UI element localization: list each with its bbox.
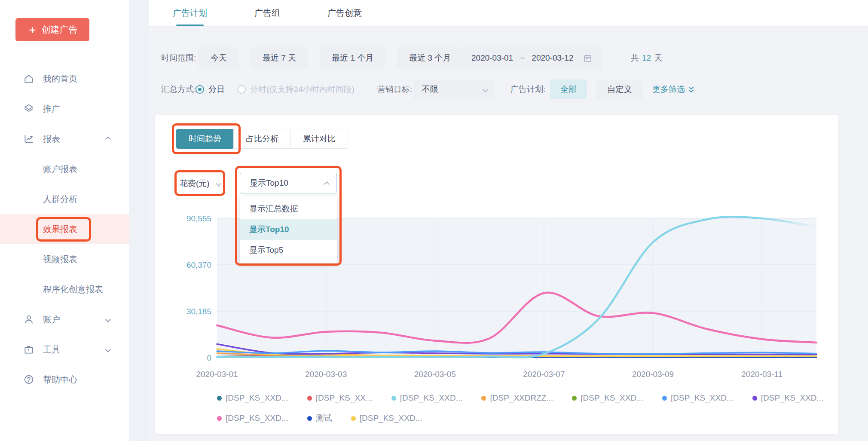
legend-dot-icon (662, 396, 667, 401)
sidebar-item-label: 账户 (43, 314, 60, 325)
sidebar-nav: 我的首页推广报表账户报表人群分析效果报表视频报表程序化创意报表账户工具帮助中心 (0, 64, 129, 395)
legend-item-8[interactable]: 测试 (307, 413, 332, 424)
view-tab-2[interactable]: 累计对比 (290, 129, 348, 149)
radio-by-hour[interactable]: 分时(仅支持24小时内时间段) (237, 80, 355, 99)
legend-dot-icon (307, 396, 312, 401)
legend-dot-icon (307, 416, 312, 421)
legend-item-1[interactable]: [DSP_KS_XX... (307, 393, 373, 403)
radio-by-day[interactable]: 分日 (196, 80, 225, 99)
svg-text:2020-03-03: 2020-03-03 (305, 370, 347, 379)
legend-dot-icon (217, 416, 222, 421)
sidebar-item-label: 账户报表 (43, 163, 77, 175)
svg-text:2020-03-07: 2020-03-07 (523, 370, 565, 379)
sidebar-item-label: 推广 (43, 103, 60, 115)
sidebar-item-promotion[interactable]: 推广 (0, 94, 129, 124)
svg-text:90,555: 90,555 (186, 214, 211, 223)
quick-range-button-0[interactable]: 今天 (199, 47, 239, 69)
sidebar-item-home[interactable]: 我的首页 (0, 64, 129, 94)
sidebar-item-audience-analysis[interactable]: 人群分析 (0, 184, 129, 214)
top-tab-2[interactable]: 广告创意 (327, 0, 362, 26)
legend-label: [DSP_KS_XXD... (581, 393, 643, 403)
plan-custom-button[interactable]: 自定义 (596, 80, 643, 99)
topn-select-value: 显示Top10 (250, 178, 288, 189)
sidebar-item-reports[interactable]: 报表 (0, 124, 129, 154)
legend-label: [DSP_KS_XX... (316, 393, 373, 403)
legend-item-9[interactable]: [DSP_KS_XXD... (351, 413, 422, 423)
date-range-picker[interactable]: 2020-03-01 ~ 2020-03-12 (462, 47, 602, 69)
toolbox-icon (23, 344, 34, 355)
svg-text:2020-03-09: 2020-03-09 (632, 370, 674, 379)
layers-icon (23, 103, 34, 114)
legend-label: [DSP_KS_XXD... (226, 413, 288, 423)
quick-range-group: 今天最近 7 天最近 1 个月最近 3 个月 (199, 47, 463, 69)
radio-by-day-label: 分日 (208, 84, 225, 95)
chart-icon (23, 133, 34, 144)
sidebar-item-video-report[interactable]: 视频报表 (0, 244, 129, 274)
total-days-prefix: 共 (631, 52, 639, 64)
topn-option-0[interactable]: 显示汇总数据 (240, 199, 337, 219)
sidebar-item-label: 帮助中心 (43, 374, 77, 386)
quick-range-button-3[interactable]: 最近 3 个月 (397, 47, 463, 69)
marketing-goal-select[interactable]: 不限 (413, 80, 495, 99)
legend-item-6[interactable]: [DSP_KS_XXD... (752, 393, 824, 403)
help-icon (23, 374, 34, 385)
chevron-up-icon (324, 181, 330, 187)
sidebar-item-help-center[interactable]: 帮助中心 (0, 364, 129, 395)
legend-dot-icon (217, 396, 222, 401)
view-tab-1[interactable]: 占比分析 (233, 129, 291, 149)
topn-option-1[interactable]: 显示Top10 (240, 219, 337, 240)
legend-item-0[interactable]: [DSP_KS_XXD... (217, 393, 288, 403)
topn-option-2[interactable]: 显示Top5 (240, 240, 337, 260)
top-tabbar: 广告计划广告组广告创意 (149, 0, 868, 27)
time-range-label: 时间范围: (161, 47, 196, 69)
summary-mode-label: 汇总方式: (161, 80, 196, 99)
create-ad-button[interactable]: ＋ 创建广告 (15, 18, 89, 41)
sidebar-item-label: 我的首页 (43, 73, 77, 85)
date-start: 2020-03-01 (471, 53, 513, 63)
legend-item-3[interactable]: [DSP_XXDRZZ... (481, 393, 553, 403)
sidebar-item-effect-report[interactable]: 效果报表 (0, 214, 129, 244)
radio-dot (237, 85, 246, 94)
legend-dot-icon (572, 396, 577, 401)
sidebar-item-programmatic-creative-report[interactable]: 程序化创意报表 (0, 274, 129, 304)
metric-select[interactable]: 花费(元) (180, 175, 220, 192)
plus-icon: ＋ (28, 24, 38, 35)
chevron-down-icon (105, 317, 111, 322)
calendar-icon (583, 54, 592, 63)
svg-text:2020-03-11: 2020-03-11 (741, 370, 782, 379)
chart-legend-row-2: [DSP_KS_XXD...测试[DSP_KS_XXD... (217, 411, 422, 425)
legend-item-2[interactable]: [DSP_KS_XXD... (391, 393, 463, 403)
sidebar-item-label: 人群分析 (43, 193, 77, 205)
chevron-up-icon (105, 136, 111, 142)
sidebar-item-account-report[interactable]: 账户报表 (0, 154, 129, 184)
sidebar-item-account[interactable]: 账户 (0, 304, 129, 334)
marketing-goal-value: 不限 (422, 84, 438, 95)
legend-item-5[interactable]: [DSP_KS_XXD... (662, 393, 734, 403)
legend-item-7[interactable]: [DSP_KS_XXD... (217, 413, 288, 423)
chevron-down-icon (105, 347, 111, 352)
more-filters-button[interactable]: 更多筛选 (652, 80, 694, 99)
legend-item-4[interactable]: [DSP_KS_XXD... (572, 393, 643, 403)
svg-text:60,370: 60,370 (186, 260, 211, 270)
sidebar-item-label: 视频报表 (43, 254, 77, 265)
topn-select[interactable]: 显示Top10 (240, 173, 337, 193)
top-tab-1[interactable]: 广告组 (254, 0, 280, 26)
date-separator: ~ (520, 53, 525, 63)
svg-text:0: 0 (207, 353, 211, 362)
total-days-value: 12 (642, 53, 651, 63)
more-filters-label: 更多筛选 (652, 84, 685, 95)
user-icon (23, 314, 34, 325)
plan-all-button[interactable]: 全部 (550, 80, 587, 99)
view-tab-0[interactable]: 时间趋势 (176, 129, 234, 149)
sidebar-item-tools[interactable]: 工具 (0, 334, 129, 364)
radio-by-hour-label: 分时(仅支持24小时内时间段) (250, 84, 355, 95)
legend-label: [DSP_KS_XXD... (360, 413, 422, 423)
legend-label: 测试 (316, 413, 332, 424)
legend-label: [DSP_KS_XXD... (761, 393, 824, 403)
chart-view-tabs: 时间趋势占比分析累计对比 (176, 129, 348, 149)
top-tab-0[interactable]: 广告计划 (173, 0, 207, 26)
quick-range-button-2[interactable]: 最近 1 个月 (320, 47, 385, 69)
topn-dropdown-menu: 显示汇总数据显示Top10显示Top5 (240, 196, 337, 263)
ad-plan-label: 广告计划: (510, 80, 545, 99)
quick-range-button-1[interactable]: 最近 7 天 (251, 47, 308, 69)
